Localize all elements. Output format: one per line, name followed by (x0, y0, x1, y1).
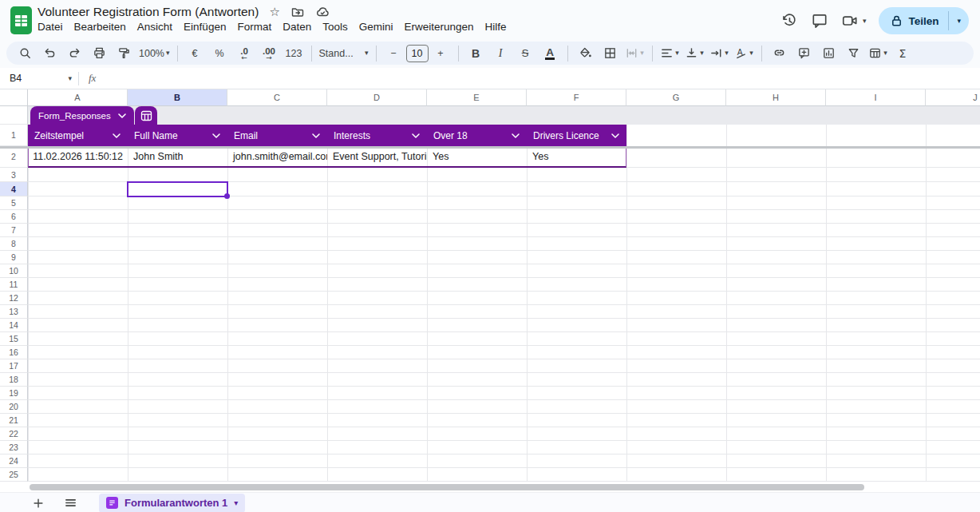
text-wrap-button[interactable]: ▾ (707, 43, 732, 63)
select-all-corner[interactable] (0, 89, 28, 106)
menu-ansicht[interactable]: Ansicht (132, 20, 178, 34)
create-filter-button[interactable] (841, 43, 866, 63)
grid-row-8[interactable] (28, 237, 980, 251)
grid-row-17[interactable] (28, 359, 980, 373)
grid-row-23[interactable] (28, 441, 980, 454)
column-filter-caret-icon[interactable] (512, 133, 520, 138)
row-header-14[interactable]: 14 (0, 319, 28, 332)
horizontal-scrollbar[interactable] (30, 484, 864, 490)
search-button[interactable] (13, 43, 38, 63)
grid-row-6[interactable] (28, 210, 980, 224)
sheet-tab-active[interactable]: Formularantworten 1 ▾ (99, 494, 245, 512)
formula-input[interactable] (96, 68, 980, 89)
table-options-chip[interactable] (135, 106, 157, 125)
vertical-align-button[interactable]: ▾ (682, 43, 707, 63)
row-header-19[interactable]: 19 (0, 387, 28, 400)
column-filter-caret-icon[interactable] (312, 133, 320, 138)
more-formats-button[interactable]: 123 (282, 43, 306, 63)
cell-D2[interactable]: Event Support, Tutoring (328, 146, 428, 166)
undo-button[interactable] (38, 43, 62, 63)
table-header-over-18[interactable]: Over 18 (427, 125, 527, 146)
font-size-input[interactable]: 10 (406, 45, 429, 62)
table-name-caret-icon[interactable] (118, 113, 126, 118)
redo-button[interactable] (62, 43, 87, 63)
column-filter-caret-icon[interactable] (212, 133, 220, 138)
grid-row-3[interactable] (28, 168, 980, 182)
table-header-drivers-licence[interactable]: Drivers Licence (527, 125, 626, 146)
column-header-c[interactable]: C (227, 89, 327, 106)
decrease-decimal-button[interactable]: .0← (232, 43, 257, 63)
grid-row-18[interactable] (28, 373, 980, 387)
zoom-control[interactable]: 100% ▾ (136, 43, 172, 63)
cell-F2[interactable]: Yes (528, 146, 627, 166)
row-header-17[interactable]: 17 (0, 359, 28, 373)
row-header-6[interactable]: 6 (0, 210, 28, 224)
table-header-interests[interactable]: Interests (327, 125, 427, 146)
row-header-23[interactable]: 23 (0, 441, 28, 454)
italic-button[interactable]: I (488, 43, 513, 63)
row-header-16[interactable]: 16 (0, 346, 28, 359)
format-percent-button[interactable]: % (207, 43, 232, 63)
horizontal-align-button[interactable]: ▾ (658, 43, 682, 63)
strikethrough-button[interactable]: S (513, 43, 538, 63)
share-button[interactable]: Teilen ▾ (879, 7, 969, 34)
row-header-4[interactable]: 4 (0, 182, 28, 196)
grid-row-15[interactable] (28, 332, 980, 346)
selected-cell-B4[interactable] (127, 181, 228, 197)
all-sheets-button[interactable] (64, 496, 77, 510)
cell-E2[interactable]: Yes (428, 146, 528, 166)
name-box-caret-icon[interactable]: ▾ (68, 75, 72, 82)
row-header-2[interactable]: 2 (0, 146, 28, 168)
grid-area[interactable]: Form_Responses ZeitstempelFull NameEmail… (28, 106, 980, 482)
menu-bearbeiten[interactable]: Bearbeiten (69, 20, 132, 34)
column-header-j[interactable]: J (926, 89, 980, 106)
grid-row-13[interactable] (28, 305, 980, 319)
row-header-20[interactable]: 20 (0, 400, 28, 414)
table-header-full-name[interactable]: Full Name (128, 125, 227, 146)
table-header-email[interactable]: Email (227, 125, 327, 146)
menu-hilfe[interactable]: Hilfe (480, 20, 512, 34)
row-header-22[interactable]: 22 (0, 427, 28, 441)
row-header-5[interactable]: 5 (0, 196, 28, 210)
font-family-select[interactable]: Stand... ▾ (317, 43, 371, 63)
menu-gemini[interactable]: Gemini (354, 20, 399, 34)
grid-row-20[interactable] (28, 400, 980, 414)
row-header-18[interactable]: 18 (0, 373, 28, 387)
sheet-tab-caret-icon[interactable]: ▾ (234, 499, 238, 507)
table-header-zeitstempel[interactable]: Zeitstempel (28, 125, 128, 146)
document-title[interactable]: Volunteer Registration Form (Antworten) (38, 5, 259, 19)
table-name-chip[interactable]: Form_Responses (30, 106, 134, 125)
grid-row-5[interactable] (28, 196, 980, 210)
row-header-13[interactable]: 13 (0, 305, 28, 319)
row-header-7[interactable]: 7 (0, 224, 28, 237)
grid-row-19[interactable] (28, 387, 980, 400)
move-folder-icon[interactable] (290, 5, 305, 19)
bold-button[interactable]: B (464, 43, 488, 63)
insert-link-button[interactable] (767, 43, 792, 63)
grid-row-10[interactable] (28, 264, 980, 278)
column-filter-caret-icon[interactable] (412, 133, 420, 138)
cell-C2[interactable]: john.smith@email.com (228, 146, 328, 166)
row-header-8[interactable]: 8 (0, 237, 28, 251)
column-header-d[interactable]: D (327, 89, 427, 106)
star-icon[interactable]: ☆ (269, 6, 279, 18)
meet-video-icon[interactable]: ▾ (841, 12, 867, 30)
row-header-21[interactable]: 21 (0, 414, 28, 427)
row-header-12[interactable]: 12 (0, 292, 28, 305)
insert-comment-button[interactable] (792, 43, 816, 63)
column-header-i[interactable]: I (826, 89, 926, 106)
cloud-status-icon[interactable] (315, 5, 330, 19)
column-header-f[interactable]: F (527, 89, 626, 106)
grid-row-12[interactable] (28, 292, 980, 305)
row-header-9[interactable]: 9 (0, 251, 28, 264)
paint-format-button[interactable] (112, 43, 136, 63)
functions-button[interactable]: Σ (891, 43, 915, 63)
grid-row-25[interactable] (28, 468, 980, 482)
share-main[interactable]: Teilen (879, 7, 948, 34)
column-header-h[interactable]: H (726, 89, 826, 106)
print-button[interactable] (87, 43, 112, 63)
comments-icon[interactable] (811, 12, 828, 30)
menu-erweiterungen[interactable]: Erweiterungen (398, 20, 479, 34)
menu-datei[interactable]: Datei (32, 20, 69, 34)
grid-row-21[interactable] (28, 414, 980, 427)
